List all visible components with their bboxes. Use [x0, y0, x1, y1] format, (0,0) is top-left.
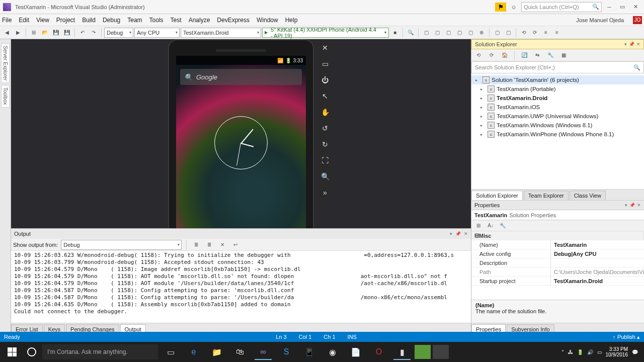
wrap-icon[interactable]: ↩	[230, 240, 240, 250]
tab-toolbox[interactable]: Toolbox	[1, 85, 10, 107]
device-icon[interactable]: ▢	[454, 28, 464, 38]
goto-icon[interactable]: ≣	[204, 240, 214, 250]
store-icon[interactable]: 🛍	[229, 344, 251, 360]
device-icon[interactable]: ▢	[492, 28, 502, 38]
tab-solution-explorer[interactable]: Solution Explorer	[471, 191, 523, 200]
power-icon[interactable]: ⏻	[319, 74, 331, 85]
close-icon[interactable]: ✕	[464, 231, 468, 236]
close-button[interactable]: ✕	[630, 2, 641, 12]
tab-server-explorer[interactable]: Server Explorer	[1, 43, 10, 83]
device-icon[interactable]: ▢	[432, 28, 442, 38]
edge-icon[interactable]: e	[183, 344, 204, 360]
undo-icon[interactable]: ↶	[77, 28, 88, 38]
multi-touch-icon[interactable]: ✋	[319, 107, 331, 118]
action-center-icon[interactable]: 💬	[632, 349, 638, 355]
visual-studio-icon[interactable]: ∞	[253, 344, 274, 360]
tool-icon[interactable]: ⟲	[519, 28, 529, 38]
user-badge[interactable]: JO	[633, 16, 642, 24]
menu-build[interactable]: Build	[82, 17, 96, 24]
solution-node[interactable]: ▸s Solution 'TestXamarin' (6 projects)	[471, 75, 644, 84]
find-icon[interactable]: ≣	[191, 240, 201, 250]
volume-icon[interactable]: 🔊	[587, 349, 593, 355]
project-node[interactable]: ▸cTestXamarin.WinPhone (Windows Phone 8.…	[471, 130, 644, 139]
menu-help[interactable]: Help	[285, 17, 298, 24]
close-icon[interactable]: ✕	[637, 203, 641, 208]
redo-icon[interactable]: ↷	[89, 28, 99, 38]
google-search-bar[interactable]: 🔍 Google	[180, 69, 302, 85]
network-icon[interactable]: 🖧	[568, 349, 573, 355]
skype-icon[interactable]: S	[276, 344, 297, 360]
sync-icon[interactable]: ⇆	[532, 50, 542, 60]
cortana-icon[interactable]	[23, 344, 40, 360]
device-icon[interactable]: ▢	[421, 28, 431, 38]
tab-team-explorer[interactable]: Team Explorer	[524, 191, 569, 200]
rotate-right-icon[interactable]: ↻	[319, 139, 331, 150]
publish-button[interactable]: ↑ Publish ▴	[612, 334, 640, 340]
properties-grid[interactable]: ⊟ Misc (Name)TestXamarin Active configDe…	[471, 231, 644, 300]
tab-class-view[interactable]: Class View	[570, 191, 606, 200]
find-icon[interactable]: 🔍	[406, 28, 416, 38]
minimize-icon[interactable]: ▭	[319, 58, 331, 69]
solution-search-input[interactable]: Search Solution Explorer (Ctrl+;) 🔍	[471, 61, 644, 73]
tools-icon[interactable]: »	[319, 187, 331, 198]
categorize-icon[interactable]: ⊞	[473, 221, 484, 231]
device-icon[interactable]: ▢	[465, 28, 475, 38]
tool-icon[interactable]: ≡	[541, 28, 551, 38]
project-node[interactable]: ▸cTestXamarin.iOS	[471, 103, 644, 112]
open-file-icon[interactable]: 📂	[40, 28, 50, 38]
pin-icon[interactable]: 📌	[629, 42, 634, 47]
menu-team[interactable]: Team	[127, 17, 142, 24]
close-icon[interactable]: ✕	[319, 42, 331, 53]
new-project-icon[interactable]: ⊞	[29, 28, 39, 38]
phone-icon[interactable]: 📱	[299, 344, 320, 360]
menu-project[interactable]: Project	[56, 17, 75, 24]
project-node[interactable]: ▸cTestXamarin.UWP (Universal Windows)	[471, 112, 644, 121]
project-node[interactable]: ▸cTestXamarin.Droid	[471, 94, 644, 103]
app-icon[interactable]	[415, 345, 431, 359]
solution-tree[interactable]: ▸s Solution 'TestXamarin' (6 projects) ▸…	[471, 73, 644, 189]
menu-file[interactable]: File	[2, 17, 12, 24]
start-debug-button[interactable]: 5" KitKat (4.4) XXHDPI Phone (Android 4.…	[262, 28, 389, 38]
rotate-left-icon[interactable]: ↺	[319, 123, 331, 134]
project-node[interactable]: ▸cTestXamarin (Portable)	[471, 84, 644, 94]
menu-devexpress[interactable]: DevExpress	[217, 17, 250, 24]
save-icon[interactable]: 💾	[51, 28, 61, 38]
analog-clock-widget[interactable]	[214, 116, 268, 169]
fit-screen-icon[interactable]: ⛶	[319, 155, 331, 166]
emulator-task-icon[interactable]: ▮	[391, 344, 413, 360]
cortana-search-input[interactable]: I'm Cortana. Ask me anything.	[42, 344, 158, 359]
pin-icon[interactable]: 📌	[455, 231, 461, 236]
pin-icon[interactable]: 📌	[629, 203, 635, 208]
menu-view[interactable]: View	[36, 17, 49, 24]
home-icon[interactable]: 🏠	[500, 50, 510, 60]
task-view-icon[interactable]: ▭	[160, 344, 181, 360]
device-icon[interactable]: ⊕	[476, 28, 487, 38]
notepad-icon[interactable]: 📄	[345, 344, 366, 360]
solution-platform-combo[interactable]: Any CPU	[134, 28, 180, 38]
notification-flag-icon[interactable]: ⚑	[495, 3, 506, 12]
menu-analyze[interactable]: Analyze	[189, 17, 210, 24]
quick-launch-input[interactable]: Quick Launch (Ctrl+Q) 🔍	[521, 2, 602, 12]
wrench-icon[interactable]: 🔧	[498, 221, 508, 231]
chevron-up-icon[interactable]: ˄	[561, 349, 564, 355]
refresh-icon[interactable]: 🔄	[519, 50, 529, 60]
show-all-icon[interactable]: ▦	[558, 50, 569, 60]
system-tray[interactable]: ˄ 🖧 🔋 🔊 ▭ 3:33 PM 10/9/2016 💬	[561, 346, 641, 357]
device-icon[interactable]: ▢	[443, 28, 453, 38]
nav-back-icon[interactable]: ◀	[2, 28, 12, 38]
chrome-icon[interactable]: ◉	[322, 344, 343, 360]
stop-icon[interactable]: ■	[390, 28, 400, 38]
device-icon[interactable]: ▢	[503, 28, 513, 38]
nav-fwd-icon[interactable]: ▶	[13, 28, 23, 38]
battery-icon[interactable]: 🔋	[577, 349, 583, 355]
output-source-combo[interactable]: Debug	[61, 240, 182, 250]
close-icon[interactable]: ✕	[636, 42, 640, 47]
zoom-icon[interactable]: 🔍	[319, 171, 331, 182]
feedback-icon[interactable]: ☺	[508, 2, 519, 12]
home-icon[interactable]: ⟲	[473, 50, 484, 60]
home-icon[interactable]: ⟳	[487, 50, 497, 60]
file-explorer-icon[interactable]: 📁	[206, 344, 227, 360]
input-icon[interactable]: ▭	[597, 349, 602, 355]
properties-icon[interactable]: 🔧	[545, 50, 555, 60]
menu-test[interactable]: Test	[171, 17, 182, 24]
